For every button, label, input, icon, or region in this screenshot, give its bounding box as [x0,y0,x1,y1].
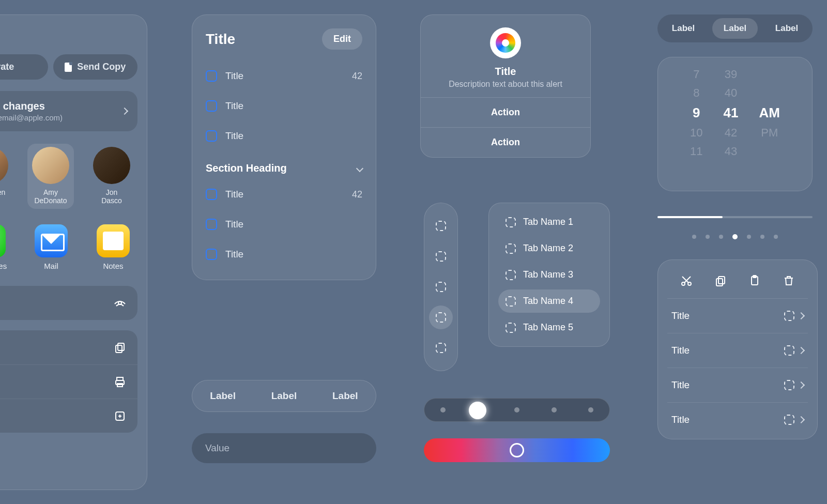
hour-wheel[interactable]: 7 8 9 10 11 [690,68,702,180]
list-item[interactable]: Title [192,239,376,269]
rail-tab[interactable] [429,214,453,238]
ampm-wheel[interactable]: . . AM PM . [759,68,779,180]
share-app-notes[interactable]: Notes [90,224,136,270]
tab-list: Tab Name 1 Tab Name 2 Tab Name 3 Tab Nam… [488,203,610,347]
placeholder-icon [436,221,446,231]
list-item[interactable]: Title [192,121,376,151]
list-title: Title [206,31,235,48]
checkbox-icon[interactable] [206,130,217,142]
rail-tab[interactable] [429,275,453,299]
tab-item[interactable]: Tab Name 5 [498,316,600,339]
minute-wheel[interactable]: 39 40 41 42 43 [724,68,739,180]
list-item[interactable]: Title [667,368,808,403]
segmented-control: Label Label Label [657,14,813,42]
color-slider[interactable] [424,438,610,462]
placeholder-icon [784,380,794,390]
stepper-slider[interactable] [424,398,610,422]
chevron-right-icon [798,381,805,389]
send-copy-pill[interactable]: Send Copy [53,54,138,80]
placeholder-icon [784,345,794,356]
share-app-mail[interactable]: Mail [28,224,74,270]
avatar [93,147,130,184]
chevron-right-icon [798,416,805,423]
rail-tab[interactable] [429,245,453,268]
list-item[interactable]: Title [667,403,808,439]
trash-icon[interactable] [783,274,795,289]
share-contact[interactable]: AmyDeDonato [27,144,74,209]
tab-item[interactable]: Tab Name 2 [498,237,600,260]
checkbox-icon[interactable] [206,70,217,82]
list-item[interactable]: Title [192,91,376,121]
alert-title: Title [431,66,580,78]
page-dot-icon [747,235,751,239]
page-dot-icon [706,235,710,239]
share-action-airdrop[interactable] [0,286,137,320]
chevron-down-icon [356,164,363,172]
checkbox-icon[interactable] [206,100,217,112]
printer-icon [114,376,126,388]
list-item[interactable]: Title42 [192,61,376,91]
copy-icon[interactable] [714,274,727,289]
edit-button[interactable]: Edit [322,28,362,50]
make-changes-row[interactable]: make changes Moon (email@apple.com) [0,91,137,131]
segment[interactable]: Label [764,18,809,39]
step-dot-icon [514,407,519,413]
slider-thumb[interactable] [469,402,486,419]
page-dot-icon [692,235,696,239]
time-picker[interactable]: 7 8 9 10 11 39 40 41 42 43 . . AM PM . [657,57,813,191]
share-app-messages[interactable]: Messages [0,224,12,270]
chevron-right-icon [121,108,128,115]
changes-title: make changes [0,100,63,112]
alert-description: Description text about this alert [431,80,580,89]
checkbox-icon[interactable] [206,249,217,260]
placeholder-icon [436,312,446,323]
edit-menu-panel: Title Title Title Title [657,259,818,439]
share-action-print[interactable] [0,364,137,399]
segment[interactable]: Label [712,18,758,39]
text-field[interactable]: Value [192,433,376,463]
share-contact[interactable]: JonDasco [88,147,135,209]
page-dot-icon [719,235,723,239]
alert-action-button[interactable]: Action [421,97,590,127]
tab[interactable]: Label [332,390,358,402]
tab-item[interactable]: Tab Name 4 [498,289,600,313]
rail-tab[interactable] [429,336,453,360]
notes-icon [97,224,130,257]
share-sheet: rate Send Copy make changes Moon (email@… [0,14,147,490]
collaborate-pill[interactable]: rate [0,54,48,80]
alert-action-button[interactable]: Action [421,127,590,157]
share-action-copy[interactable] [0,330,137,364]
checkbox-icon[interactable] [206,189,217,200]
checkbox-icon[interactable] [206,219,217,230]
tab[interactable]: Label [210,390,236,402]
avatar [32,147,69,184]
messages-icon [0,224,6,257]
tab[interactable]: Label [271,390,297,402]
list-item[interactable]: Title [667,299,808,333]
page-indicator[interactable] [657,235,813,239]
list-item[interactable]: Title [667,333,808,368]
placeholder-icon [506,243,516,254]
tab-item[interactable]: Tab Name 1 [498,210,600,234]
section-header[interactable]: Section Heading [192,151,376,179]
list-item[interactable]: Title42 [192,179,376,209]
segment[interactable]: Label [661,18,706,39]
svg-rect-10 [716,279,723,286]
paste-icon[interactable] [748,274,761,289]
slider-thumb[interactable] [510,443,524,457]
mail-icon [35,224,68,257]
chevron-right-icon [798,312,805,319]
placeholder-icon [506,217,516,227]
avatar [0,147,8,184]
copy-icon [114,341,126,354]
cut-icon[interactable] [680,274,693,289]
placeholder: Value [205,442,229,454]
list-item[interactable]: Title [192,209,376,239]
share-action-add[interactable] [0,399,137,433]
share-contact[interactable]: CarnavenChiu [0,147,13,209]
add-to-icon [114,410,126,422]
rail-tab[interactable] [429,306,453,329]
changes-subtitle: Moon (email@apple.com) [0,113,63,122]
placeholder-icon [436,251,446,262]
tab-item[interactable]: Tab Name 3 [498,263,600,286]
